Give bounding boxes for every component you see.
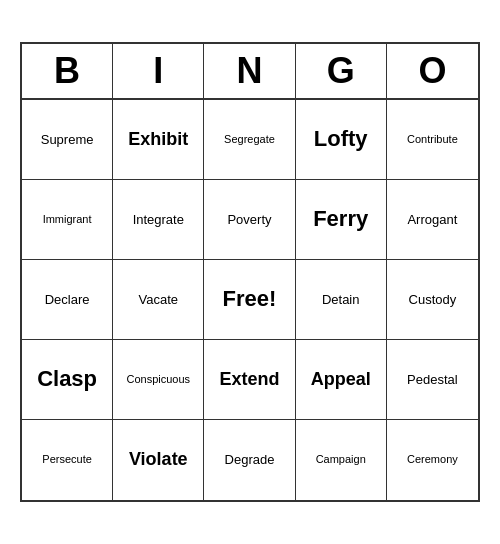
cell-text: Contribute [407, 133, 458, 146]
cell-text: Arrogant [407, 212, 457, 228]
bingo-cell: Poverty [204, 180, 295, 260]
bingo-cell: Immigrant [22, 180, 113, 260]
cell-text: Detain [322, 292, 360, 308]
bingo-cell: Detain [296, 260, 387, 340]
cell-text: Degrade [225, 452, 275, 468]
bingo-cell: Extend [204, 340, 295, 420]
cell-text: Ceremony [407, 453, 458, 466]
bingo-cell: Violate [113, 420, 204, 500]
header-letter: N [204, 44, 295, 98]
header-letter: I [113, 44, 204, 98]
cell-text: Appeal [311, 369, 371, 391]
cell-text: Immigrant [43, 213, 92, 226]
bingo-cell: Custody [387, 260, 478, 340]
cell-text: Supreme [41, 132, 94, 148]
bingo-cell: Exhibit [113, 100, 204, 180]
bingo-cell: Campaign [296, 420, 387, 500]
bingo-cell: Arrogant [387, 180, 478, 260]
cell-text: Pedestal [407, 372, 458, 388]
cell-text: Violate [129, 449, 188, 471]
bingo-header: BINGO [22, 44, 478, 100]
header-letter: B [22, 44, 113, 98]
bingo-cell: Free! [204, 260, 295, 340]
bingo-cell: Clasp [22, 340, 113, 420]
bingo-cell: Integrate [113, 180, 204, 260]
cell-text: Extend [219, 369, 279, 391]
cell-text: Integrate [133, 212, 184, 228]
bingo-cell: Vacate [113, 260, 204, 340]
bingo-cell: Segregate [204, 100, 295, 180]
cell-text: Custody [409, 292, 457, 308]
header-letter: G [296, 44, 387, 98]
bingo-card: BINGO SupremeExhibitSegregateLoftyContri… [20, 42, 480, 502]
bingo-cell: Pedestal [387, 340, 478, 420]
bingo-cell: Ferry [296, 180, 387, 260]
cell-text: Vacate [139, 292, 179, 308]
cell-text: Exhibit [128, 129, 188, 151]
cell-text: Free! [223, 286, 277, 312]
cell-text: Persecute [42, 453, 92, 466]
cell-text: Lofty [314, 126, 368, 152]
bingo-cell: Supreme [22, 100, 113, 180]
bingo-cell: Declare [22, 260, 113, 340]
bingo-cell: Appeal [296, 340, 387, 420]
bingo-cell: Contribute [387, 100, 478, 180]
bingo-cell: Ceremony [387, 420, 478, 500]
bingo-cell: Conspicuous [113, 340, 204, 420]
bingo-cell: Degrade [204, 420, 295, 500]
cell-text: Segregate [224, 133, 275, 146]
cell-text: Ferry [313, 206, 368, 232]
cell-text: Declare [45, 292, 90, 308]
header-letter: O [387, 44, 478, 98]
bingo-grid: SupremeExhibitSegregateLoftyContributeIm… [22, 100, 478, 500]
cell-text: Campaign [316, 453, 366, 466]
cell-text: Clasp [37, 366, 97, 392]
cell-text: Poverty [227, 212, 271, 228]
cell-text: Conspicuous [126, 373, 190, 386]
bingo-cell: Lofty [296, 100, 387, 180]
bingo-cell: Persecute [22, 420, 113, 500]
